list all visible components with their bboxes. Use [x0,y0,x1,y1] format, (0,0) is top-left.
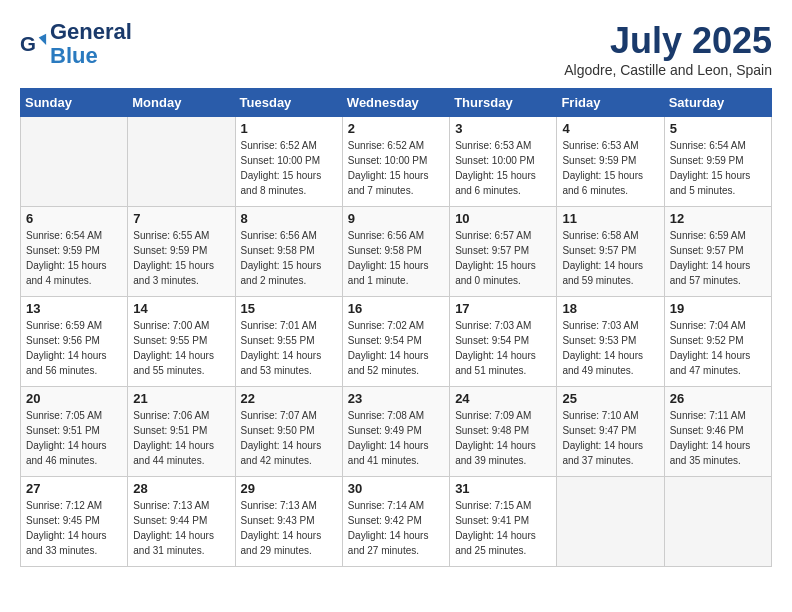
calendar-day-cell [557,477,664,567]
day-number: 15 [241,301,337,316]
day-info: Sunrise: 7:05 AMSunset: 9:51 PMDaylight:… [26,408,122,468]
day-number: 4 [562,121,658,136]
day-number: 25 [562,391,658,406]
location: Algodre, Castille and Leon, Spain [564,62,772,78]
day-info: Sunrise: 6:52 AMSunset: 10:00 PMDaylight… [241,138,337,198]
day-info: Sunrise: 7:11 AMSunset: 9:46 PMDaylight:… [670,408,766,468]
calendar-day-cell: 5Sunrise: 6:54 AMSunset: 9:59 PMDaylight… [664,117,771,207]
day-info: Sunrise: 6:54 AMSunset: 9:59 PMDaylight:… [26,228,122,288]
calendar-day-cell: 30Sunrise: 7:14 AMSunset: 9:42 PMDayligh… [342,477,449,567]
day-info: Sunrise: 7:03 AMSunset: 9:54 PMDaylight:… [455,318,551,378]
calendar-day-cell [664,477,771,567]
calendar-day-cell: 10Sunrise: 6:57 AMSunset: 9:57 PMDayligh… [450,207,557,297]
weekday-header: Friday [557,89,664,117]
calendar-day-cell: 9Sunrise: 6:56 AMSunset: 9:58 PMDaylight… [342,207,449,297]
day-info: Sunrise: 7:09 AMSunset: 9:48 PMDaylight:… [455,408,551,468]
day-number: 28 [133,481,229,496]
day-info: Sunrise: 6:56 AMSunset: 9:58 PMDaylight:… [241,228,337,288]
day-info: Sunrise: 6:59 AMSunset: 9:56 PMDaylight:… [26,318,122,378]
day-number: 29 [241,481,337,496]
day-info: Sunrise: 6:55 AMSunset: 9:59 PMDaylight:… [133,228,229,288]
day-info: Sunrise: 6:52 AMSunset: 10:00 PMDaylight… [348,138,444,198]
weekday-header: Sunday [21,89,128,117]
calendar-day-cell: 11Sunrise: 6:58 AMSunset: 9:57 PMDayligh… [557,207,664,297]
calendar-day-cell: 24Sunrise: 7:09 AMSunset: 9:48 PMDayligh… [450,387,557,477]
day-number: 22 [241,391,337,406]
day-number: 16 [348,301,444,316]
weekday-header: Thursday [450,89,557,117]
day-number: 7 [133,211,229,226]
calendar-day-cell: 7Sunrise: 6:55 AMSunset: 9:59 PMDaylight… [128,207,235,297]
day-number: 31 [455,481,551,496]
calendar-day-cell: 18Sunrise: 7:03 AMSunset: 9:53 PMDayligh… [557,297,664,387]
day-info: Sunrise: 7:01 AMSunset: 9:55 PMDaylight:… [241,318,337,378]
calendar-day-cell: 28Sunrise: 7:13 AMSunset: 9:44 PMDayligh… [128,477,235,567]
day-number: 9 [348,211,444,226]
calendar-day-cell: 19Sunrise: 7:04 AMSunset: 9:52 PMDayligh… [664,297,771,387]
month-title: July 2025 [564,20,772,62]
calendar-day-cell: 16Sunrise: 7:02 AMSunset: 9:54 PMDayligh… [342,297,449,387]
day-info: Sunrise: 7:10 AMSunset: 9:47 PMDaylight:… [562,408,658,468]
day-number: 17 [455,301,551,316]
day-number: 2 [348,121,444,136]
day-number: 10 [455,211,551,226]
calendar-table: SundayMondayTuesdayWednesdayThursdayFrid… [20,88,772,567]
day-number: 23 [348,391,444,406]
calendar-week-row: 13Sunrise: 6:59 AMSunset: 9:56 PMDayligh… [21,297,772,387]
calendar-day-cell: 8Sunrise: 6:56 AMSunset: 9:58 PMDaylight… [235,207,342,297]
calendar-week-row: 6Sunrise: 6:54 AMSunset: 9:59 PMDaylight… [21,207,772,297]
day-number: 30 [348,481,444,496]
day-info: Sunrise: 6:54 AMSunset: 9:59 PMDaylight:… [670,138,766,198]
logo-icon: G [20,30,48,58]
calendar-day-cell: 6Sunrise: 6:54 AMSunset: 9:59 PMDaylight… [21,207,128,297]
calendar-body: 1Sunrise: 6:52 AMSunset: 10:00 PMDayligh… [21,117,772,567]
weekday-header: Tuesday [235,89,342,117]
logo: G GeneralBlue [20,20,132,68]
calendar-day-cell: 21Sunrise: 7:06 AMSunset: 9:51 PMDayligh… [128,387,235,477]
title-block: July 2025 Algodre, Castille and Leon, Sp… [564,20,772,78]
day-number: 5 [670,121,766,136]
day-info: Sunrise: 7:12 AMSunset: 9:45 PMDaylight:… [26,498,122,558]
day-info: Sunrise: 7:14 AMSunset: 9:42 PMDaylight:… [348,498,444,558]
day-info: Sunrise: 7:04 AMSunset: 9:52 PMDaylight:… [670,318,766,378]
calendar-day-cell: 23Sunrise: 7:08 AMSunset: 9:49 PMDayligh… [342,387,449,477]
day-number: 6 [26,211,122,226]
calendar-day-cell: 22Sunrise: 7:07 AMSunset: 9:50 PMDayligh… [235,387,342,477]
day-number: 18 [562,301,658,316]
day-number: 24 [455,391,551,406]
day-info: Sunrise: 7:00 AMSunset: 9:55 PMDaylight:… [133,318,229,378]
day-info: Sunrise: 7:08 AMSunset: 9:49 PMDaylight:… [348,408,444,468]
day-number: 11 [562,211,658,226]
day-number: 12 [670,211,766,226]
day-info: Sunrise: 7:13 AMSunset: 9:44 PMDaylight:… [133,498,229,558]
day-number: 27 [26,481,122,496]
calendar-day-cell: 25Sunrise: 7:10 AMSunset: 9:47 PMDayligh… [557,387,664,477]
day-number: 19 [670,301,766,316]
day-info: Sunrise: 7:15 AMSunset: 9:41 PMDaylight:… [455,498,551,558]
calendar-day-cell: 1Sunrise: 6:52 AMSunset: 10:00 PMDayligh… [235,117,342,207]
calendar-day-cell: 20Sunrise: 7:05 AMSunset: 9:51 PMDayligh… [21,387,128,477]
calendar-day-cell: 3Sunrise: 6:53 AMSunset: 10:00 PMDayligh… [450,117,557,207]
day-number: 14 [133,301,229,316]
calendar-day-cell [128,117,235,207]
calendar-week-row: 27Sunrise: 7:12 AMSunset: 9:45 PMDayligh… [21,477,772,567]
day-number: 1 [241,121,337,136]
svg-marker-1 [39,34,46,45]
calendar-day-cell [21,117,128,207]
calendar-day-cell: 29Sunrise: 7:13 AMSunset: 9:43 PMDayligh… [235,477,342,567]
day-number: 3 [455,121,551,136]
calendar-day-cell: 4Sunrise: 6:53 AMSunset: 9:59 PMDaylight… [557,117,664,207]
calendar-header-row: SundayMondayTuesdayWednesdayThursdayFrid… [21,89,772,117]
day-info: Sunrise: 7:13 AMSunset: 9:43 PMDaylight:… [241,498,337,558]
day-info: Sunrise: 6:53 AMSunset: 9:59 PMDaylight:… [562,138,658,198]
calendar-week-row: 1Sunrise: 6:52 AMSunset: 10:00 PMDayligh… [21,117,772,207]
calendar-day-cell: 12Sunrise: 6:59 AMSunset: 9:57 PMDayligh… [664,207,771,297]
calendar-day-cell: 2Sunrise: 6:52 AMSunset: 10:00 PMDayligh… [342,117,449,207]
day-info: Sunrise: 6:58 AMSunset: 9:57 PMDaylight:… [562,228,658,288]
calendar-day-cell: 14Sunrise: 7:00 AMSunset: 9:55 PMDayligh… [128,297,235,387]
calendar-week-row: 20Sunrise: 7:05 AMSunset: 9:51 PMDayligh… [21,387,772,477]
day-number: 13 [26,301,122,316]
day-number: 26 [670,391,766,406]
svg-text:G: G [20,32,36,55]
day-number: 20 [26,391,122,406]
